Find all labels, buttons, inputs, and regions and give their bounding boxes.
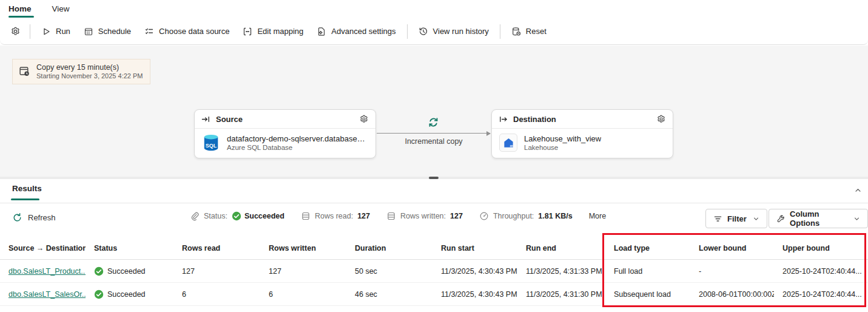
column-header-lower-bound[interactable]: Lower bound bbox=[690, 237, 774, 260]
more-button[interactable]: More bbox=[589, 212, 606, 220]
run-summary-bar: Status: Succeeded Rows read: 127 Rows wr… bbox=[190, 211, 606, 221]
gear-icon bbox=[656, 114, 666, 124]
source-card[interactable]: Source SQL datafactory-demo-sqlserver.da… bbox=[194, 109, 376, 158]
reset-button[interactable]: Reset bbox=[505, 22, 553, 41]
destination-card-header: Destination bbox=[492, 110, 673, 129]
schedule-button[interactable]: Schedule bbox=[77, 22, 138, 41]
upper-bound-cell: 2025-10-24T02:40:44... bbox=[774, 283, 868, 306]
column-header-run-start[interactable]: Run start bbox=[432, 237, 517, 260]
arrow-into-bar-icon bbox=[201, 115, 210, 124]
calendar-clock-icon bbox=[19, 66, 30, 77]
column-options-label: Column Options bbox=[790, 209, 847, 228]
schedule-label: Schedule bbox=[98, 27, 131, 36]
calendar-icon bbox=[84, 27, 93, 36]
status-value: Succeeded bbox=[244, 212, 284, 220]
checklist-icon bbox=[144, 27, 154, 36]
run-end-cell: 11/3/2025, 4:31:33 PM bbox=[517, 260, 605, 283]
view-run-history-label: View run history bbox=[433, 27, 489, 36]
load-type-cell: Subsequent load bbox=[605, 283, 690, 306]
source-card-title: Source bbox=[216, 115, 243, 124]
run-start-cell: 11/3/2025, 4:30:43 PM bbox=[432, 283, 517, 306]
destination-settings-button[interactable] bbox=[656, 114, 666, 124]
status-label: Status: bbox=[204, 212, 227, 220]
settings-button[interactable] bbox=[5, 22, 25, 41]
source-settings-button[interactable] bbox=[359, 114, 369, 124]
collapse-results-button[interactable] bbox=[850, 183, 865, 197]
ribbon-toolbar: Run Schedule Choose data source Edit map… bbox=[0, 18, 868, 45]
play-icon bbox=[41, 27, 51, 36]
table-header-row: Source → Destination Status Rows read Ro… bbox=[0, 237, 868, 260]
incremental-sync-icon bbox=[426, 115, 440, 129]
database-reset-icon bbox=[511, 27, 521, 36]
edit-mapping-label: Edit mapping bbox=[257, 27, 303, 36]
schedule-badge-subtitle: Starting November 3, 2025 4:22 PM bbox=[36, 72, 143, 80]
duration-cell: 46 sec bbox=[346, 283, 432, 306]
rows-written-label: Rows written: bbox=[400, 212, 446, 220]
attach-icon bbox=[190, 211, 200, 221]
throughput-label: Throughput: bbox=[493, 212, 534, 220]
chevron-down-icon bbox=[753, 215, 759, 222]
destination-card[interactable]: Destination Lakehouse_with_view Lakehous… bbox=[491, 109, 673, 158]
destination-connection-type: Lakehouse bbox=[524, 144, 601, 151]
refresh-button[interactable]: Refresh bbox=[8, 210, 59, 225]
destination-card-title: Destination bbox=[513, 115, 556, 124]
rows-read-value: 127 bbox=[357, 212, 370, 220]
tab-results[interactable]: Results bbox=[12, 184, 42, 193]
filter-icon bbox=[713, 214, 722, 223]
tab-home-active-indicator bbox=[8, 16, 34, 18]
advanced-settings-label: Advanced settings bbox=[331, 27, 395, 36]
rows-icon bbox=[386, 211, 396, 221]
rows-written-cell: 6 bbox=[260, 283, 346, 306]
toolbar-separator bbox=[30, 24, 30, 39]
column-header-status[interactable]: Status bbox=[86, 237, 173, 260]
mapping-icon bbox=[243, 27, 252, 36]
column-header-run-end[interactable]: Run end bbox=[517, 237, 605, 260]
toolbar-separator bbox=[500, 24, 500, 39]
run-label: Run bbox=[56, 27, 70, 36]
summary-rows-written: Rows written: 127 bbox=[386, 211, 463, 221]
filter-button[interactable]: Filter bbox=[705, 209, 767, 228]
copy-job-page: Home View Run Schedule Choose data sourc… bbox=[0, 0, 868, 312]
results-divider bbox=[0, 203, 868, 203]
choose-data-source-button[interactable]: Choose data source bbox=[138, 22, 236, 41]
view-run-history-button[interactable]: View run history bbox=[412, 22, 496, 41]
column-header-duration[interactable]: Duration bbox=[346, 237, 432, 260]
tab-view[interactable]: View bbox=[52, 0, 77, 18]
toolbar-separator bbox=[407, 24, 408, 39]
advanced-settings-button[interactable]: Advanced settings bbox=[310, 22, 402, 41]
document-gear-icon bbox=[317, 27, 326, 36]
rows-read-label: Rows read: bbox=[315, 212, 353, 220]
status-cell: Succeeded bbox=[86, 283, 173, 306]
column-header-load-type[interactable]: Load type bbox=[605, 237, 690, 260]
column-header-upper-bound[interactable]: Upper bound bbox=[774, 237, 868, 260]
bar-arrow-out-icon bbox=[499, 115, 508, 124]
table-row: dbo.SalesLT_Product... Succeeded 127 127… bbox=[0, 260, 868, 283]
ribbon-tabbar: Home View bbox=[0, 0, 868, 18]
schedule-badge[interactable]: Copy every 15 minute(s) Starting Novembe… bbox=[12, 59, 150, 84]
speedometer-icon bbox=[479, 211, 489, 221]
tab-home-label: Home bbox=[8, 4, 32, 13]
column-header-source-destination[interactable]: Source → Destination bbox=[0, 237, 86, 260]
source-card-header: Source bbox=[195, 110, 375, 129]
success-check-icon bbox=[94, 266, 104, 276]
column-options-button[interactable]: Column Options bbox=[769, 209, 868, 228]
tab-view-label: View bbox=[52, 4, 70, 13]
destination-connection-info: Lakehouse_with_view Lakehouse bbox=[524, 134, 601, 151]
run-button[interactable]: Run bbox=[35, 22, 77, 41]
load-type-cell: Full load bbox=[605, 260, 690, 283]
schedule-badge-title: Copy every 15 minute(s) bbox=[36, 63, 143, 72]
pipeline-canvas: Copy every 15 minute(s) Starting Novembe… bbox=[0, 46, 868, 177]
results-tab-label: Results bbox=[12, 184, 42, 193]
edit-mapping-button[interactable]: Edit mapping bbox=[236, 22, 310, 41]
tab-home[interactable]: Home bbox=[8, 0, 39, 18]
column-header-rows-written[interactable]: Rows written bbox=[260, 237, 346, 260]
source-card-body: SQL datafactory-demo-sqlserver.database.… bbox=[195, 129, 375, 158]
source-destination-link[interactable]: dbo.SalesLT_Product... bbox=[0, 260, 86, 283]
splitter-drag-handle[interactable] bbox=[429, 177, 439, 179]
status-text: Succeeded bbox=[107, 283, 146, 306]
rows-read-cell: 6 bbox=[173, 283, 260, 306]
column-header-rows-read[interactable]: Rows read bbox=[173, 237, 260, 260]
source-destination-link[interactable]: dbo.SalesLT_SalesOr... bbox=[0, 283, 86, 306]
status-cell: Succeeded bbox=[86, 260, 173, 283]
lower-bound-cell: 2008-06-01T00:00:00Z bbox=[690, 283, 774, 306]
